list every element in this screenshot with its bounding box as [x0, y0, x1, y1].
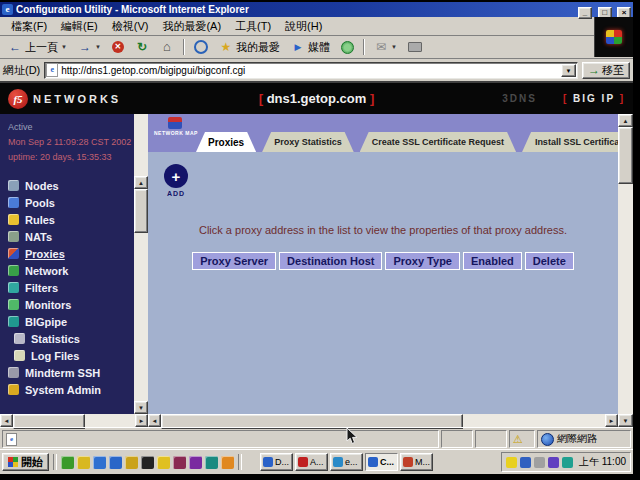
url-text: http://dns1.getop.com/bigipgui/bigconf.c…: [61, 65, 561, 76]
sidebar-item-label: Rules: [25, 214, 55, 226]
scrollbar-track[interactable]: [134, 233, 148, 401]
menu-item-file[interactable]: 檔案(F): [4, 18, 54, 35]
main-horizontal-scrollbar[interactable]: ◄ ►: [148, 414, 618, 427]
quick-launch-icon[interactable]: [125, 456, 138, 469]
system-admin-icon: [8, 384, 19, 395]
f5-brand-header: f5 NETWORKS [ dns1.getop.com ] 3DNS [ BI…: [0, 83, 633, 114]
mail-button[interactable]: ✉ ▼: [369, 38, 402, 56]
network-status-icon[interactable]: [520, 457, 531, 468]
quick-launch-icon[interactable]: [93, 456, 106, 469]
quick-launch-icon[interactable]: [173, 456, 186, 469]
search-icon: [194, 40, 208, 54]
sidebar-item-filters[interactable]: Filters: [8, 279, 134, 296]
product-bigip[interactable]: [ BIG IP ]: [563, 93, 625, 104]
scroll-right-button[interactable]: ►: [135, 414, 148, 427]
home-button[interactable]: ⌂: [155, 38, 179, 56]
volume-icon[interactable]: [506, 457, 517, 468]
task-button-label: A...: [310, 457, 324, 467]
show-desktop-icon[interactable]: [61, 456, 74, 469]
sidebar-item-network[interactable]: Network: [8, 262, 134, 279]
back-button[interactable]: ← 上一頁 ▼: [3, 38, 72, 57]
scrollbar-track[interactable]: [463, 414, 605, 427]
scrollbar-thumb[interactable]: [618, 127, 633, 184]
menu-item-edit[interactable]: 編輯(E): [54, 18, 105, 35]
bracket-right: ]: [620, 93, 625, 104]
scroll-right-button[interactable]: ►: [605, 414, 618, 427]
task-button-2[interactable]: A...: [295, 453, 328, 471]
sidebar-item-pools[interactable]: Pools: [8, 194, 134, 211]
sidebar-horizontal-scrollbar[interactable]: ◄ ►: [0, 414, 148, 427]
menu-item-favorites[interactable]: 我的最愛(A): [155, 18, 228, 35]
stop-button[interactable]: ✕: [107, 39, 129, 55]
quick-launch-icon[interactable]: [205, 456, 218, 469]
taskbar-clock[interactable]: 上午 11:00: [576, 455, 626, 469]
scroll-up-button[interactable]: ▲: [618, 114, 633, 127]
sidebar-item-system-admin[interactable]: System Admin: [8, 381, 134, 398]
media-label: 媒體: [308, 40, 330, 55]
sidebar-item-statistics[interactable]: Statistics: [8, 330, 134, 347]
menu-item-view[interactable]: 檢視(V): [105, 18, 156, 35]
nats-icon: [8, 231, 19, 242]
sidebar-item-nats[interactable]: NATs: [8, 228, 134, 245]
sidebar-item-rules[interactable]: Rules: [8, 211, 134, 228]
sidebar-item-label: Log Files: [31, 350, 79, 362]
quick-launch-icon[interactable]: [157, 456, 170, 469]
address-input[interactable]: e http://dns1.getop.com/bigipgui/bigconf…: [44, 62, 578, 79]
window-controls: _ □ ×: [577, 1, 631, 19]
print-button[interactable]: [403, 40, 427, 54]
menu-item-tools[interactable]: 工具(T): [228, 18, 278, 35]
scrollbar-track[interactable]: [134, 114, 148, 176]
refresh-button[interactable]: ↻: [130, 38, 154, 56]
display-icon[interactable]: [534, 457, 545, 468]
address-dropdown-button[interactable]: ▼: [561, 64, 576, 77]
task-button-group: D... A... e... C... M...: [260, 453, 433, 471]
sidebar-vertical-scrollbar[interactable]: ▲ ▼: [134, 114, 148, 414]
start-button[interactable]: 開始: [2, 453, 49, 471]
media-button[interactable]: ▶ 媒體: [286, 38, 335, 57]
quick-launch-icon[interactable]: [141, 456, 154, 469]
back-dropdown-icon: ▼: [61, 44, 67, 50]
search-button[interactable]: [189, 38, 213, 56]
window-titlebar[interactable]: e Configuration Utility - Microsoft Inte…: [0, 2, 633, 17]
quick-launch-icon[interactable]: [77, 456, 90, 469]
scroll-left-button[interactable]: ◄: [148, 414, 161, 427]
scroll-left-button[interactable]: ◄: [0, 414, 13, 427]
scheduler-icon[interactable]: [548, 457, 559, 468]
antivirus-icon[interactable]: [562, 457, 573, 468]
scrollbar-track[interactable]: [618, 184, 633, 414]
scrollbar-track[interactable]: [85, 414, 135, 427]
tab-proxies[interactable]: Proxies: [196, 132, 256, 152]
go-label: 移至: [602, 63, 624, 78]
task-button-3[interactable]: e...: [330, 453, 363, 471]
go-button[interactable]: → 移至: [582, 62, 630, 79]
sidebar-item-nodes[interactable]: Nodes: [8, 177, 134, 194]
scrollbar-thumb[interactable]: [134, 189, 148, 233]
warning-icon: ⚠: [513, 434, 523, 445]
tab-install-ssl-certificate[interactable]: Install SSL Certificate: [522, 132, 618, 152]
sidebar-item-log-files[interactable]: Log Files: [8, 347, 134, 364]
menu-item-help[interactable]: 說明(H): [278, 18, 329, 35]
product-3dns[interactable]: 3DNS: [502, 93, 537, 104]
favorites-button[interactable]: ★ 我的最愛: [214, 38, 285, 57]
network-map-button[interactable]: NETWORK MAP: [154, 117, 196, 136]
scroll-down-button[interactable]: ▼: [618, 414, 633, 427]
sidebar-item-mindterm-ssh[interactable]: Mindterm SSH: [8, 364, 134, 381]
add-proxy-button[interactable]: +: [164, 164, 188, 188]
internet-explorer-icon[interactable]: [109, 456, 122, 469]
sidebar-item-bigpipe[interactable]: BIGpipe: [8, 313, 134, 330]
tab-proxy-statistics[interactable]: Proxy Statistics: [262, 132, 354, 152]
scroll-down-button[interactable]: ▼: [134, 401, 148, 414]
sidebar-item-proxies[interactable]: Proxies: [8, 245, 134, 262]
main-vertical-scrollbar[interactable]: ▲ ▼: [618, 114, 633, 427]
tab-create-ssl-certificate-request[interactable]: Create SSL Certificate Request: [360, 132, 516, 152]
quick-launch-icon[interactable]: [189, 456, 202, 469]
scroll-up-button[interactable]: ▲: [134, 176, 148, 189]
sidebar-item-monitors[interactable]: Monitors: [8, 296, 134, 313]
forward-button[interactable]: → ▼: [73, 38, 106, 56]
task-button-1[interactable]: D...: [260, 453, 293, 471]
task-button-configuration-utility[interactable]: C...: [365, 453, 398, 471]
quick-launch-icon[interactable]: [221, 456, 234, 469]
bracket-left: [: [259, 91, 263, 106]
history-button[interactable]: [336, 39, 359, 56]
task-button-5[interactable]: M...: [400, 453, 433, 471]
